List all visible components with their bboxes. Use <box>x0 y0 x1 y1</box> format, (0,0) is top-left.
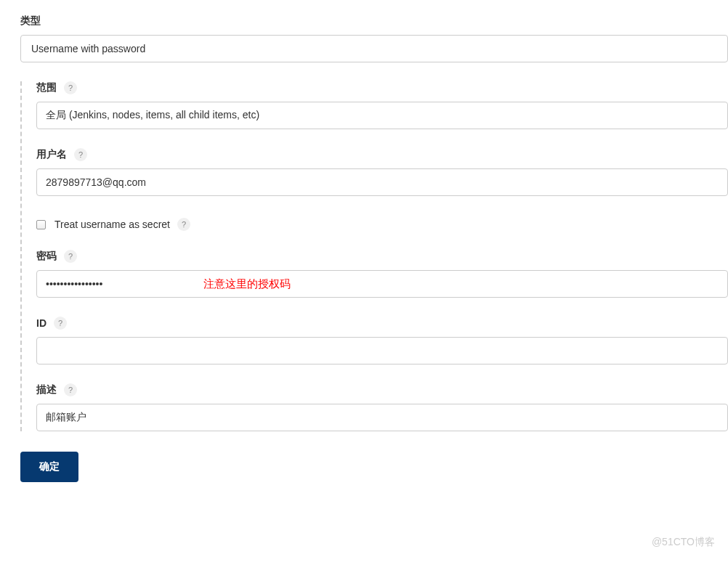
credential-form-section: 范围 ? 用户名 ? Treat username as secret ? 密码… <box>20 81 728 431</box>
help-icon[interactable]: ? <box>74 148 87 161</box>
help-icon[interactable]: ? <box>177 218 190 231</box>
treat-secret-row: Treat username as secret ? <box>36 218 728 231</box>
username-label: 用户名 <box>36 148 67 161</box>
scope-select[interactable] <box>36 102 728 129</box>
id-input[interactable] <box>36 337 728 365</box>
type-label: 类型 <box>20 15 728 28</box>
username-field: 用户名 ? <box>36 148 728 196</box>
help-icon[interactable]: ? <box>64 383 77 396</box>
submit-button[interactable]: 确定 <box>20 452 78 482</box>
treat-secret-label: Treat username as secret <box>54 219 170 230</box>
id-field: ID ? <box>36 317 728 365</box>
password-input[interactable] <box>36 270 728 298</box>
help-icon[interactable]: ? <box>64 81 77 94</box>
description-field: 描述 ? <box>36 383 728 431</box>
scope-label: 范围 <box>36 81 57 94</box>
description-input[interactable] <box>36 404 728 431</box>
id-label: ID <box>36 317 46 329</box>
type-select[interactable] <box>20 35 728 62</box>
password-field: 密码 ? 注意这里的授权码 <box>36 250 728 298</box>
treat-secret-checkbox[interactable] <box>36 220 46 229</box>
help-icon[interactable]: ? <box>64 250 77 263</box>
help-icon[interactable]: ? <box>54 317 67 330</box>
scope-field: 范围 ? <box>36 81 728 129</box>
password-label: 密码 <box>36 250 57 263</box>
description-label: 描述 <box>36 383 57 396</box>
username-input[interactable] <box>36 168 728 196</box>
